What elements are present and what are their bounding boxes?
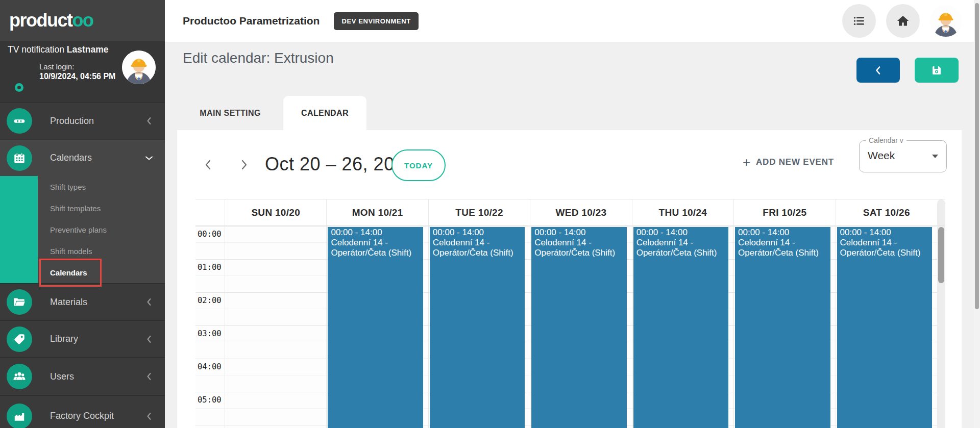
chevron-left-icon — [872, 64, 885, 77]
chevron-right-icon — [237, 158, 251, 171]
chevron-left-icon — [143, 296, 155, 308]
day-column-mon[interactable]: 00:00 - 14:00 Celodenní 14 - Operátor/Če… — [326, 226, 428, 428]
shift-event[interactable]: 00:00 - 14:00 Celodenní 14 - Operátor/Če… — [531, 227, 626, 428]
factory-icon — [7, 404, 32, 428]
avatar[interactable] — [930, 5, 962, 37]
time-label: 01:00 — [198, 263, 222, 272]
user-block: TV notification Lastname Last login: 10/… — [0, 41, 165, 102]
page-title: Edit calendar: Extrusion — [183, 50, 334, 66]
calendar-scrollbar-top — [937, 199, 945, 225]
sidebar-item-calendars[interactable]: Calendars — [0, 139, 165, 176]
calendar-view-select[interactable]: Calendar v Week — [859, 140, 947, 172]
chevron-left-icon — [143, 411, 155, 422]
time-label: 04:00 — [198, 362, 222, 371]
day-header-thu: THU 10/24 — [632, 199, 733, 225]
event-title: Celodenní 14 - — [534, 238, 623, 248]
time-label: 05:00 — [198, 395, 222, 405]
sidebar-item-materials[interactable]: Materials — [0, 283, 165, 320]
time-gutter: 00:00 01:00 02:00 03:00 04:00 05:00 — [195, 226, 225, 428]
sidebar-item-label: Production — [50, 116, 94, 127]
home-icon — [895, 13, 911, 29]
shift-event[interactable]: 00:00 - 14:00 Celodenní 14 - Operátor/Če… — [328, 227, 423, 428]
event-time: 00:00 - 14:00 — [433, 228, 522, 238]
calendar-icon — [7, 145, 32, 171]
day-column-fri[interactable]: 00:00 - 14:00 Celodenní 14 - Operátor/Če… — [733, 226, 835, 428]
productoo-logo[interactable]: productoo — [9, 10, 93, 31]
day-column-wed[interactable]: 00:00 - 14:00 Celodenní 14 - Operátor/Če… — [530, 226, 631, 428]
plus-icon: + — [743, 157, 751, 168]
calendar-panel: Oct 20 – 26, 2024 TODAY + ADD NEW EVENT … — [177, 130, 962, 428]
event-subtitle: Operátor/Četa (Shift) — [433, 248, 522, 258]
event-time: 00:00 - 14:00 — [738, 228, 827, 238]
folder-icon — [7, 289, 32, 315]
event-time: 00:00 - 14:00 — [840, 228, 929, 238]
sidebar-item-library[interactable]: Library — [0, 320, 165, 357]
day-header-fri: FRI 10/25 — [733, 199, 835, 225]
tab-main-setting[interactable]: MAIN SETTING — [177, 96, 283, 130]
calendar-body: 00:00 01:00 02:00 03:00 04:00 05:00 00:0… — [195, 226, 945, 428]
day-column-tue[interactable]: 00:00 - 14:00 Celodenní 14 - Operátor/Če… — [428, 226, 530, 428]
chevron-left-icon — [143, 334, 155, 345]
tab-calendar[interactable]: CALENDAR — [283, 96, 366, 130]
worker-avatar-icon — [930, 5, 962, 37]
list-menu-button[interactable] — [842, 4, 876, 38]
shift-event[interactable]: 00:00 - 14:00 Celodenní 14 - Operátor/Če… — [633, 227, 728, 428]
avatar[interactable] — [122, 51, 156, 84]
event-title: Celodenní 14 - — [331, 238, 420, 248]
event-time: 00:00 - 14:00 — [534, 228, 623, 238]
shift-event[interactable]: 00:00 - 14:00 Celodenní 14 - Operátor/Če… — [837, 227, 932, 428]
event-title: Celodenní 14 - — [433, 238, 522, 248]
conveyor-icon — [7, 108, 32, 134]
add-new-event-button[interactable]: + ADD NEW EVENT — [743, 157, 834, 168]
online-status-icon — [15, 83, 23, 92]
event-subtitle: Operátor/Četa (Shift) — [534, 248, 623, 258]
calendar-scrollbar-thumb[interactable] — [938, 227, 944, 283]
save-button[interactable] — [915, 58, 959, 83]
shift-event[interactable]: 00:00 - 14:00 Celodenní 14 - Operátor/Če… — [430, 227, 525, 428]
day-column-sun[interactable] — [225, 226, 326, 428]
day-header-sat: SAT 10/26 — [836, 199, 937, 225]
sidebar-item-label: Materials — [50, 297, 87, 308]
save-icon — [930, 64, 943, 77]
day-header-wed: WED 10/23 — [530, 199, 631, 225]
app-title: Productoo Parametrization — [183, 15, 320, 27]
shift-event[interactable]: 00:00 - 14:00 Celodenní 14 - Operátor/Če… — [735, 227, 830, 428]
day-column-sat[interactable]: 00:00 - 14:00 Celodenní 14 - Operátor/Če… — [836, 226, 937, 428]
add-new-event-label: ADD NEW EVENT — [756, 157, 834, 167]
tab-bar: MAIN SETTING CALENDAR — [177, 96, 366, 130]
event-title: Celodenní 14 - — [636, 238, 725, 248]
dropdown-caret-icon — [932, 155, 938, 158]
event-time: 00:00 - 14:00 — [331, 228, 420, 238]
back-button[interactable] — [856, 58, 900, 83]
sidebar-item-users[interactable]: Users — [0, 357, 165, 395]
event-subtitle: Operátor/Četa (Shift) — [331, 248, 420, 258]
day-column-thu[interactable]: 00:00 - 14:00 Celodenní 14 - Operátor/Če… — [632, 226, 733, 428]
tag-icon — [7, 326, 32, 352]
sidebar-item-label: Factory Cockpit — [50, 411, 114, 421]
header-actions — [842, 4, 962, 38]
time-label: 02:00 — [198, 296, 222, 305]
sidebar-item-label: Calendars — [50, 153, 92, 163]
calendar-scrollbar[interactable] — [937, 226, 945, 428]
worker-avatar-icon — [122, 51, 156, 84]
annotation-highlight-box — [39, 259, 102, 287]
chevron-left-icon — [202, 158, 215, 171]
sidebar-item-production[interactable]: Production — [0, 102, 165, 139]
page-scrollbar-thumb[interactable] — [975, 3, 979, 309]
top-header: Productoo Parametrization DEV ENVIRONMEN… — [165, 0, 980, 42]
list-icon — [851, 13, 867, 29]
logo-bar: productoo — [0, 0, 165, 41]
day-header-tue: TUE 10/22 — [428, 199, 530, 225]
next-week-button[interactable] — [237, 158, 251, 171]
main-area: Productoo Parametrization DEV ENVIRONMEN… — [165, 0, 980, 428]
home-button[interactable] — [886, 4, 920, 38]
page-scrollbar[interactable] — [974, 0, 980, 428]
event-subtitle: Operátor/Četa (Shift) — [738, 248, 827, 258]
previous-week-button[interactable] — [202, 158, 215, 171]
time-label: 03:00 — [198, 329, 222, 338]
event-time: 00:00 - 14:00 — [636, 228, 725, 238]
sidebar-item-label: Users — [50, 371, 74, 382]
sidebar-item-factory-cockpit[interactable]: Factory Cockpit — [0, 395, 165, 428]
today-button[interactable]: TODAY — [391, 149, 446, 181]
logo-text: product — [9, 10, 72, 31]
